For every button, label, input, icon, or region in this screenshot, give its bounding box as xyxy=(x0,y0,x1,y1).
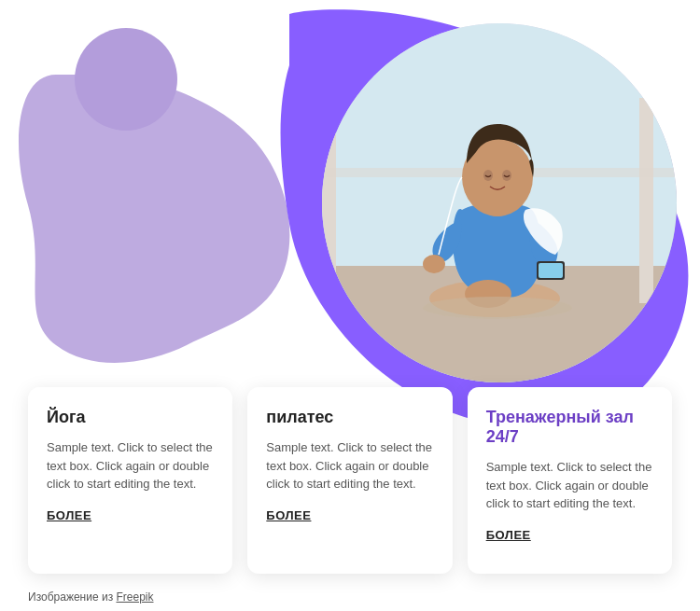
attribution-text: Изображение из xyxy=(28,590,116,604)
circle-decoration xyxy=(75,28,177,131)
yoga-card-text: Sample text. Click to select the text bo… xyxy=(47,438,214,493)
svg-rect-9 xyxy=(539,263,563,278)
svg-point-15 xyxy=(423,297,572,319)
yoga-card-title: Йога xyxy=(47,408,214,427)
svg-point-7 xyxy=(423,255,445,273)
gym-card: Тренажерный зал 24/7 Sample text. Click … xyxy=(468,387,672,574)
svg-point-13 xyxy=(502,170,511,181)
page-wrapper: Йога Sample text. Click to select the te… xyxy=(0,0,700,611)
gym-card-title: Тренажерный зал 24/7 xyxy=(486,408,653,447)
hero-photo xyxy=(322,23,677,382)
svg-point-12 xyxy=(483,170,493,181)
gym-card-text: Sample text. Click to select the text bo… xyxy=(486,458,653,513)
pilates-card: пилатес Sample text. Click to select the… xyxy=(247,387,452,574)
pilates-card-link[interactable]: БОЛЕЕ xyxy=(266,508,433,522)
svg-rect-2 xyxy=(322,117,336,303)
attribution-link[interactable]: Freepik xyxy=(116,590,153,604)
gym-card-link[interactable]: БОЛЕЕ xyxy=(486,528,653,542)
pilates-card-text: Sample text. Click to select the text bo… xyxy=(266,438,433,493)
attribution: Изображение из Freepik xyxy=(28,590,153,604)
cards-section: Йога Sample text. Click to select the te… xyxy=(28,387,672,574)
pilates-card-title: пилатес xyxy=(266,408,433,427)
yoga-card-link[interactable]: БОЛЕЕ xyxy=(47,508,214,522)
yoga-card: Йога Sample text. Click to select the te… xyxy=(28,387,232,574)
svg-rect-3 xyxy=(639,98,653,303)
